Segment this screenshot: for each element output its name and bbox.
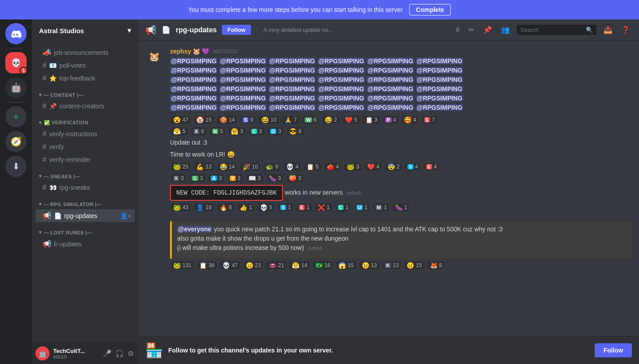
channel-item-verify[interactable]: # verify [35,141,135,153]
reaction[interactable]: 😐23 [243,261,264,270]
reaction[interactable]: 💀5 [257,203,275,212]
reaction[interactable]: K13 [382,261,402,270]
channel-item-rpg-sneaks[interactable]: # 👀 rpg-sneaks [35,181,135,194]
reaction[interactable]: 😐13 [359,261,380,270]
inbox-icon-button[interactable]: 📥 [602,24,614,36]
follow-channel-button[interactable]: Follow [222,25,251,35]
reaction[interactable]: 🔥8 [217,203,235,212]
search-bar[interactable]: Search 🔍 [517,25,596,35]
reaction[interactable]: O3 [267,126,284,136]
add-member-icon[interactable]: 👤+ [120,212,131,219]
help-icon-button[interactable]: ❓ [620,24,632,36]
reaction[interactable]: X3 [170,173,187,183]
reaction[interactable]: 📋3 [362,115,381,125]
reaction[interactable]: 😱15 [335,261,356,270]
slash-icon-button[interactable]: ✏ [467,24,476,36]
reaction[interactable]: X6 [190,126,207,136]
deafen-button[interactable]: 🎧 [114,349,125,359]
reaction[interactable]: C3 [248,126,265,136]
reaction[interactable]: S1 [277,203,294,212]
explore-icon[interactable]: 🧭 [5,131,27,152]
reaction[interactable]: 🙏7 [281,115,300,125]
reaction[interactable]: 👍1 [236,203,255,212]
channel-item-verify-reminder[interactable]: # verify-reminder [35,153,135,166]
reaction[interactable]: C1 [335,203,352,212]
reaction[interactable]: 😐15 [403,261,425,270]
reaction[interactable]: 🐸25 [170,162,191,172]
reaction[interactable]: 🎉10 [240,162,261,172]
reaction[interactable]: 💪13 [193,162,214,172]
reaction[interactable]: N5 [209,126,226,136]
reaction[interactable]: U1 [353,203,371,212]
members-icon-button[interactable]: 👥 [499,24,511,36]
reaction[interactable]: 🥰4 [401,115,419,125]
reaction[interactable]: ❤️4 [364,162,383,172]
reaction[interactable]: ❌1 [314,203,333,212]
reaction[interactable]: 🍑3 [286,173,304,183]
discord-home-icon[interactable] [5,23,27,44]
channel-item-rpg-updates[interactable]: 📢 📄 rpg-updates 👤+ [35,209,135,222]
reaction[interactable]: 🐸43 [170,203,191,212]
add-server-button[interactable]: + [5,106,27,127]
reaction[interactable]: 😅2 [321,115,340,125]
reaction[interactable]: 😮47 [170,115,191,125]
server-icon-1[interactable]: 💀 1 [5,52,27,73]
reaction[interactable]: E4 [423,162,440,172]
channel-item-top-feedback[interactable]: # ⭐ top-feedback [35,72,135,84]
reaction[interactable]: 🦊8 [427,261,445,270]
pin-icon-button[interactable]: 📌 [481,24,494,36]
reaction[interactable]: M1 [372,203,390,212]
reaction[interactable]: 🤡15 [193,115,214,125]
reaction[interactable]: E1 [296,203,313,212]
settings-button[interactable]: ⚙ [127,349,135,359]
reaction[interactable]: G3 [189,173,206,183]
reaction[interactable]: E7 [421,115,438,125]
reaction[interactable]: W6 [302,115,320,125]
reaction[interactable]: 😤14 [289,261,310,270]
server-header[interactable]: Astral Studios ▾ [32,19,138,42]
channel-item-lr-updates[interactable]: 📢 lr-updates [35,238,135,250]
reaction[interactable]: 🍆3 [266,173,284,183]
reaction[interactable]: 📋38 [196,261,217,270]
channel-item-poll-votes[interactable]: # 📧 poll-votes [35,59,135,72]
reaction[interactable]: 🐸3 [344,162,362,172]
reaction[interactable]: 👄21 [266,261,287,270]
reaction[interactable]: S4 [404,162,421,172]
follow-banner-button[interactable]: Follow [595,343,632,357]
channel-item-announcements[interactable]: 📣 job-announcements [35,46,135,59]
reaction[interactable]: 😆10 [258,115,279,125]
reaction[interactable]: 🍆1 [392,203,411,212]
reaction[interactable]: 😎6 [286,126,305,136]
mute-button[interactable]: 🎤 [102,349,112,359]
reaction[interactable]: 🇧🇷16 [312,261,333,270]
reaction[interactable]: P4 [382,115,399,125]
reaction[interactable]: 📋5 [303,162,322,172]
reaction[interactable]: 🐢9 [263,162,281,172]
reaction[interactable]: 💀4 [283,162,302,172]
reaction[interactable]: 😤5 [170,126,189,136]
reaction[interactable]: S9 [240,115,256,125]
channel-item-verify-instructions[interactable]: # verify-instructions [35,128,135,140]
reaction[interactable]: 🐸131 [170,261,194,270]
channel-item-content-creators[interactable]: # 📌 content-creators [35,100,135,112]
announcement-icon: 📢 [43,240,51,248]
hashtag-icon-button[interactable]: # [454,24,461,36]
reaction[interactable]: Y3 [227,173,244,183]
reaction[interactable]: 😨2 [384,162,403,172]
reaction[interactable]: 🤗3 [228,126,246,136]
reaction[interactable]: 😂14 [217,162,238,172]
reaction[interactable]: ❤️5 [342,115,360,125]
reaction[interactable]: 📖3 [245,173,264,183]
message-group-1: 🐹 zephsy 🐹 💜 08/27/2022 @RPGSIMPING @RPG… [145,48,632,214]
message-timestamp-1: 08/27/2022 [213,49,237,54]
reaction[interactable]: 🍪14 [217,115,238,125]
complete-button[interactable]: Complete [409,4,451,15]
message-content-2: @everyone yoo quick new patch 21.1 so im… [170,221,632,272]
download-icon[interactable]: ⬇ [5,156,27,177]
server-icon-2[interactable]: 🤖 [5,77,27,98]
reaction[interactable]: 👤19 [193,203,214,212]
reaction[interactable]: 🍅4 [324,162,342,172]
reaction[interactable]: A3 [208,173,225,183]
reaction[interactable]: 💀47 [219,261,240,270]
avatar: 🤖 [35,346,50,360]
